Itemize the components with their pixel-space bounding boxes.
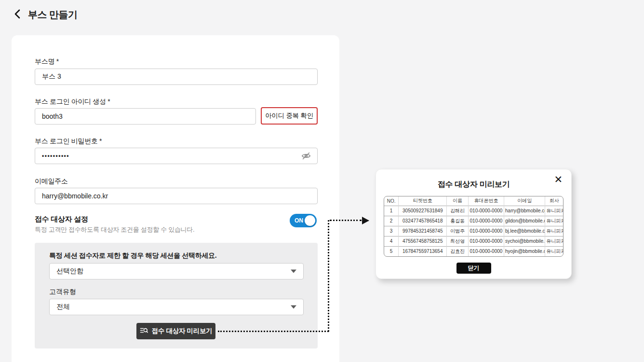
preview-targets-button[interactable]: 접수 대상자 미리보기: [136, 323, 215, 339]
login-id-input[interactable]: booth3: [35, 108, 256, 125]
table-cell: 167847559713654: [399, 246, 447, 256]
booth-create-page: 부스 만들기 부스명 * 부스 3 부스 로그인 아이디 생성 * booth3…: [0, 0, 644, 362]
table-cell: 김효진: [447, 246, 469, 256]
table-row: 4475567458758125최선영010-0000-0000sychoi@b…: [384, 236, 563, 246]
table-cell: 997845321458745: [399, 226, 447, 236]
session-select[interactable]: 선택안함: [49, 263, 304, 279]
col-email: 이메일: [504, 196, 545, 206]
table-cell: 475567458758125: [399, 236, 447, 246]
password-value: ••••••••••: [42, 153, 69, 159]
page-title: 부스 만들기: [28, 8, 78, 21]
customer-type-select[interactable]: 전체: [49, 299, 304, 315]
col-company: 회사: [545, 196, 563, 206]
session-select-value: 선택안함: [56, 267, 83, 276]
search-list-icon: [140, 327, 148, 335]
chevron-down-icon: [291, 306, 296, 309]
table-cell: bj.lee@bbmobile.co.kr: [504, 226, 545, 236]
table-cell: 홍길동: [447, 216, 469, 226]
table-cell: 유니피커: [545, 226, 563, 236]
login-id-value: booth3: [42, 112, 63, 120]
table-cell: 유니피커: [545, 206, 563, 216]
table-row: 2032477457865418홍길동010-0000-0000gildon@b…: [384, 216, 563, 226]
table-cell: 010-0000-0000: [468, 216, 504, 226]
table-cell: 010-0000-0000: [468, 206, 504, 216]
table-cell: 이범주: [447, 226, 469, 236]
table-cell: 유니피커: [545, 246, 563, 256]
close-button[interactable]: 닫기: [456, 263, 491, 274]
dotted-connector-horizontal-top: [330, 220, 362, 221]
password-input[interactable]: ••••••••••: [35, 148, 318, 164]
customer-type-label: 고객유형: [49, 288, 76, 296]
table-cell: 010-0000-0000: [468, 236, 504, 246]
target-toggle[interactable]: ON: [290, 214, 317, 227]
form-panel: 부스명 * 부스 3 부스 로그인 아이디 생성 * booth3 아이디 중복…: [12, 35, 339, 362]
table-cell: 032477457865418: [399, 216, 447, 226]
email-value: harry@bbmobile.co.kr: [42, 192, 108, 200]
booth-name-value: 부스 3: [42, 72, 61, 81]
email-input[interactable]: harry@bbmobile.co.kr: [35, 188, 318, 204]
preview-popup: ✕ 접수 대상자 미리보기 NO. 티켓번호 이름 휴대폰번호 이메일 회사: [376, 169, 572, 279]
targets-table: NO. 티켓번호 이름 휴대폰번호 이메일 회사 130500922763184…: [384, 196, 563, 256]
table-cell: 유니피커: [545, 216, 563, 226]
eye-off-icon[interactable]: [301, 151, 311, 161]
table-row: 5167847559713654김효진010-0000-0000hyojin@b…: [384, 246, 563, 256]
id-duplicate-check-button[interactable]: 아이디 중복 확인: [261, 107, 318, 125]
session-hint-text: 특정 세션 접수자로 제한 할 경우 해당 세션을 선택하세요.: [49, 251, 216, 260]
table-cell: 2: [384, 216, 399, 226]
col-no: NO.: [384, 196, 399, 206]
chevron-down-icon: [291, 270, 296, 273]
col-name: 이름: [447, 196, 469, 206]
login-id-label: 부스 로그인 아이디 생성 *: [35, 97, 110, 106]
table-cell: 3: [384, 226, 399, 236]
table-cell: 1: [384, 206, 399, 216]
customer-type-value: 전체: [56, 303, 70, 311]
chevron-left-icon: [13, 9, 21, 21]
back-button[interactable]: [13, 9, 22, 21]
toggle-knob: [305, 215, 315, 226]
table-cell: 5: [384, 246, 399, 256]
targets-table-wrap: NO. 티켓번호 이름 휴대폰번호 이메일 회사 130500922763184…: [384, 196, 564, 257]
table-cell: 4: [384, 236, 399, 246]
booth-name-label: 부스명 *: [35, 57, 59, 66]
page-header: 부스 만들기: [13, 8, 78, 21]
preview-button-label: 접수 대상자 미리보기: [152, 327, 213, 335]
dotted-connector-horizontal-bottom: [218, 331, 329, 332]
target-section-description: 특정 고객만 접수하도록 대상자 조건을 설정할 수 있습니다.: [35, 225, 194, 234]
table-cell: 305009227631849: [399, 206, 447, 216]
password-label: 부스 로그인 비밀번호 *: [35, 137, 102, 146]
target-section-title: 접수 대상자 설정: [35, 215, 88, 224]
table-cell: sychoi@bbmobile.co.kr: [504, 236, 545, 246]
toggle-on-label: ON: [295, 217, 303, 224]
table-cell: hyojin@bbmobile.co.kr: [504, 246, 545, 256]
close-icon[interactable]: ✕: [554, 174, 563, 184]
target-settings-box: 특정 세션 접수자로 제한 할 경우 해당 세션을 선택하세요. 선택안함 고객…: [35, 243, 318, 348]
table-cell: harry@bbmobile.co.kr: [504, 206, 545, 216]
col-ticket: 티켓번호: [399, 196, 447, 206]
table-cell: 김해리: [447, 206, 469, 216]
booth-name-input[interactable]: 부스 3: [35, 69, 318, 85]
arrow-right-icon: [362, 217, 369, 224]
col-phone: 휴대폰번호: [468, 196, 504, 206]
email-label: 이메일주소: [35, 177, 68, 186]
table-cell: 010-0000-0000: [468, 246, 504, 256]
table-row: 3997845321458745이범주010-0000-0000bj.lee@b…: [384, 226, 563, 236]
dotted-connector-vertical: [328, 220, 329, 332]
table-cell: 최선영: [447, 236, 469, 246]
table-row: 1305009227631849김해리010-0000-0000harry@bb…: [384, 206, 563, 216]
table-cell: 유니피커: [545, 236, 563, 246]
popup-title: 접수 대상자 미리보기: [376, 180, 571, 190]
table-header-row: NO. 티켓번호 이름 휴대폰번호 이메일 회사: [384, 196, 563, 206]
table-cell: gildon@bbmobile.co.kr: [504, 216, 545, 226]
table-cell: 010-0000-0000: [468, 226, 504, 236]
